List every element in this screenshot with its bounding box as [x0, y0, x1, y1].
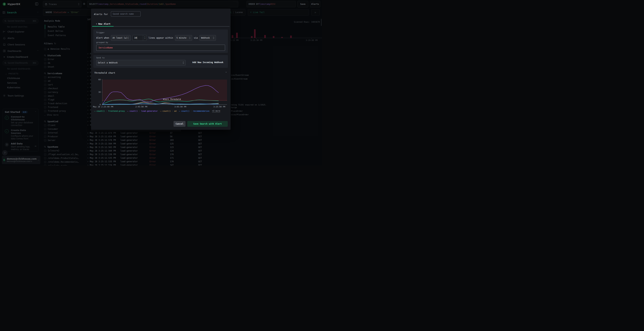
condition-select[interactable]: At least (≥) — [111, 35, 130, 41]
x-axis-label: May 28 2:25:00 PM — [93, 106, 113, 108]
chevron-updown-icon — [189, 37, 190, 39]
new-alert-tab-label: New Alert — [98, 22, 110, 25]
saved-search-name-placeholder: Saved search name — [113, 13, 134, 15]
channel-select[interactable]: Webhook — [200, 35, 216, 41]
threshold-chart-title: Threshold chart — [94, 71, 115, 74]
chevron-updown-icon — [213, 37, 214, 39]
legend-dash-icon: — — [179, 110, 180, 112]
alerts-for-label: Alerts for — [94, 13, 108, 15]
chevron-updown-icon — [128, 37, 129, 39]
saved-search-name-input[interactable]: Saved search name — [111, 11, 140, 17]
via-label: via — [194, 37, 198, 39]
webhook-select[interactable]: Select a Webhook — [96, 60, 186, 66]
hyperdx-app: HyperDX Traces ⚙ SELECT Timestamp,Servic… — [0, 0, 322, 165]
tab-new-alert[interactable]: +New Alert — [96, 22, 110, 25]
alert-threshold-label: Alert Threshold — [163, 98, 181, 100]
number-stepper[interactable]: ▲▼ — [143, 35, 146, 40]
chart-legend: —count()·frontend-proxy—count()·load-gen… — [94, 110, 228, 112]
grouped-by-label: grouped by — [96, 41, 108, 44]
condition-value: At least (≥) — [112, 37, 128, 39]
legend-series-name: load-generator — [141, 110, 158, 112]
create-alert-modal: Alerts for Saved search name +New Alert … — [91, 8, 230, 130]
legend-separator: · — [172, 110, 173, 112]
y-axis-label: 60 — [98, 78, 101, 81]
active-tab-indicator — [92, 26, 114, 27]
lines-within-label: lines appear within — [148, 37, 173, 39]
send-to-label: Send to — [96, 57, 104, 59]
tab-divider — [114, 26, 230, 27]
x-axis-label: 3:05:00 PM — [174, 106, 186, 108]
chevron-up-icon[interactable]: ⌃ — [226, 71, 227, 74]
legend-series-name: recommendation — [193, 110, 210, 112]
trigger-section: Trigger Alert when At least (≥) 10 ▲▼ li… — [94, 29, 228, 53]
legend-separator: · — [139, 110, 140, 112]
interval-select[interactable]: 5 minute — [175, 35, 192, 41]
legend-separator: · — [106, 110, 107, 112]
legend-series-name: ad — [174, 110, 176, 112]
cancel-button[interactable]: Cancel — [174, 121, 186, 127]
alert-when-label: Alert when — [96, 37, 109, 39]
interval-value: 5 minute — [176, 37, 189, 39]
add-webhook-button[interactable]: Add New Incoming Webhook — [192, 61, 223, 64]
legend-metric: count() — [130, 110, 138, 112]
y-axis-label: 30 — [98, 91, 101, 93]
plus-icon: + — [96, 22, 97, 25]
trigger-label: Trigger — [96, 31, 104, 34]
channel-value: Webhook — [201, 37, 213, 39]
legend-metric: count() — [162, 110, 171, 112]
chevron-updown-icon — [183, 61, 184, 64]
legend-item-recommendation[interactable]: —count()·recommendation — [179, 110, 210, 112]
grouped-by-value: ServiceName — [98, 46, 113, 49]
above-threshold-region — [102, 79, 227, 100]
legend-item-load-generator[interactable]: —count()·load-generator — [127, 110, 158, 112]
webhook-select-value: Select a Webhook — [98, 61, 183, 64]
legend-item-frontend-proxy[interactable]: —count()·frontend-proxy — [94, 110, 125, 112]
text-caret — [137, 37, 137, 39]
legend-dash-icon: — — [94, 110, 96, 112]
threshold-chart: 03060May 28 2:25:00 PM2:45:00 PM3:05:00 … — [91, 78, 230, 110]
threshold-value: 10 — [134, 37, 137, 39]
send-to-section: Send to Select a Webhook Add New Incomin… — [94, 55, 228, 68]
legend-metric: count() — [96, 110, 105, 112]
legend-dash-icon: — — [127, 110, 128, 112]
legend-item-ad[interactable]: —count()·ad — [160, 110, 176, 112]
legend-dash-icon: — — [160, 110, 162, 112]
legend-series-name: frontend-proxy — [108, 110, 125, 112]
x-axis-label: 3:25:00 PM — [214, 106, 226, 108]
x-axis-label: 2:45:00 PM — [136, 106, 148, 108]
legend-more-button[interactable]: +3 more — [212, 110, 220, 112]
legend-separator: · — [191, 110, 192, 112]
grouped-by-input[interactable]: ServiceName — [96, 45, 225, 51]
threshold-value-input[interactable]: 10 ▲▼ — [132, 35, 147, 41]
save-search-with-alert-button[interactable]: Save Search with Alert — [187, 121, 228, 127]
legend-metric: count() — [181, 110, 190, 112]
